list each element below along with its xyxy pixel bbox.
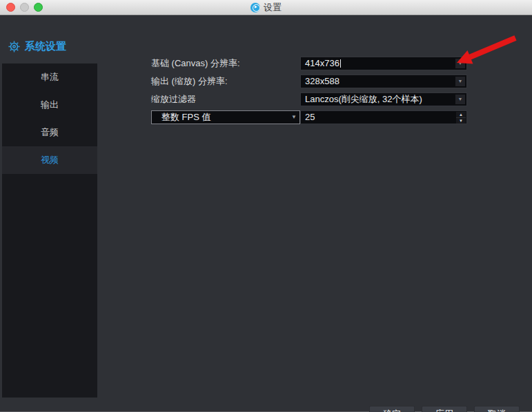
fps-value: 25 (305, 112, 315, 122)
fps-type-select[interactable]: 整数 FPS 值 ▼ (151, 110, 300, 124)
canvas-resolution-value: 414x736 (305, 58, 339, 68)
scale-filter-label: 缩放过滤器 (151, 92, 196, 106)
sidebar-item-output[interactable]: 输出 (2, 91, 97, 119)
content-area: 系统设置 串流 输出 音频 视频 基础 (Canvas) 分辨率: 414x73… (0, 15, 532, 412)
titlebar[interactable]: 设置 (0, 0, 532, 15)
fps-type-value: 整数 FPS 值 (161, 112, 211, 122)
spinner-up-button[interactable]: ▲ (456, 112, 466, 118)
gear-icon (8, 40, 21, 53)
ok-button[interactable]: 确定 (369, 406, 415, 412)
page-title: 系统设置 (25, 40, 66, 53)
traffic-lights (6, 3, 43, 12)
canvas-resolution-dropdown[interactable]: ▼ (455, 59, 465, 68)
sidebar-item-audio[interactable]: 音频 (2, 119, 97, 146)
fps-type-dropdown-icon: ▼ (291, 111, 297, 124)
fps-value-input[interactable]: 25 ▲ ▼ (300, 110, 467, 124)
apply-button[interactable]: 应用 (422, 406, 467, 412)
sidebar-item-video[interactable]: 视频 (2, 146, 97, 174)
output-resolution-dropdown[interactable]: ▼ (455, 77, 465, 86)
sidebar-item-stream[interactable]: 串流 (2, 63, 97, 91)
output-resolution-value: 328x588 (305, 76, 339, 86)
window-title-group: 设置 (250, 1, 282, 14)
canvas-resolution-label: 基础 (Canvas) 分辨率: (151, 57, 240, 70)
zoom-button[interactable] (34, 3, 43, 12)
minimize-button[interactable] (20, 3, 29, 12)
fps-spinner: ▲ ▼ (456, 112, 466, 123)
page-header: 系统设置 (8, 40, 66, 53)
canvas-resolution-input[interactable]: 414x736 ▼ (300, 57, 467, 70)
scale-filter-select[interactable]: Lanczos(削尖缩放, 32个样本) ▼ (300, 92, 467, 106)
output-resolution-input[interactable]: 328x588 ▼ (300, 75, 467, 88)
output-resolution-label: 输出 (缩放) 分辨率: (151, 75, 228, 88)
app-play-circle-icon (250, 3, 260, 12)
cancel-button[interactable]: 取消 (474, 406, 520, 412)
spinner-down-button[interactable]: ▼ (456, 118, 466, 124)
sidebar: 串流 输出 音频 视频 (2, 63, 97, 398)
close-button[interactable] (6, 3, 15, 12)
settings-window: 设置 系统设置 串流 输出 音频 视频 基础 (Canvas) 分辨率: (0, 0, 532, 412)
scale-filter-dropdown[interactable]: ▼ (455, 95, 465, 104)
scale-filter-value: Lanczos(削尖缩放, 32个样本) (305, 94, 422, 104)
text-caret (340, 59, 341, 68)
window-title: 设置 (264, 1, 282, 14)
